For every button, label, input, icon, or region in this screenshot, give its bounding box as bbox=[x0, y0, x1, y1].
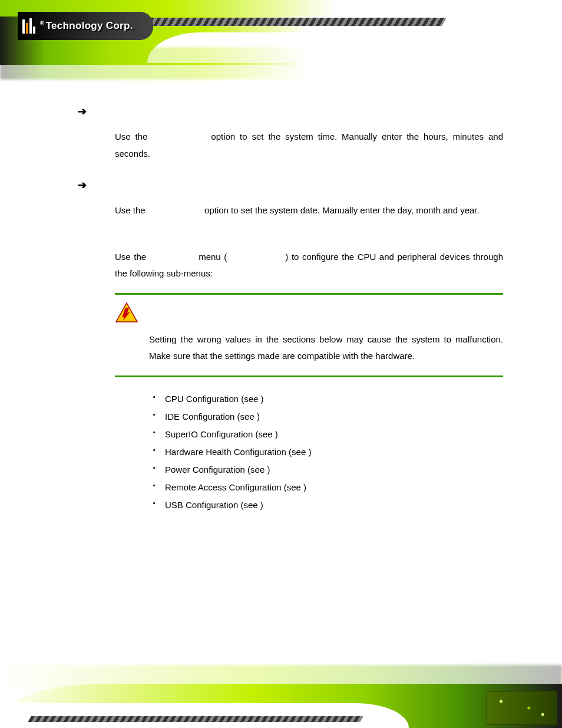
registered-mark: ® bbox=[40, 20, 45, 27]
list-item: Remote Access Configuration (see ) bbox=[153, 479, 503, 496]
list-item-label: Remote Access Configuration (see ) bbox=[165, 482, 306, 492]
arrow-item-date bbox=[78, 175, 503, 195]
list-item: CPU Configuration (see ) bbox=[153, 390, 503, 408]
list-item-label: CPU Configuration (see ) bbox=[165, 394, 264, 404]
list-item-label: Hardware Health Configuration (see ) bbox=[165, 447, 311, 457]
warning-header bbox=[115, 302, 503, 323]
list-item-label: USB Configuration (see ) bbox=[165, 500, 263, 510]
brand-name: Technology Corp. bbox=[46, 20, 133, 31]
item-time-body: Use the option to set the system time. M… bbox=[115, 129, 503, 162]
list-item: USB Configuration (see ) bbox=[153, 496, 503, 514]
intro-mid: menu ( bbox=[196, 252, 230, 262]
intro-pre: Use the bbox=[115, 252, 150, 262]
list-item: Hardware Health Configuration (see ) bbox=[153, 443, 503, 461]
pcb-texture-right bbox=[487, 691, 557, 725]
intro-post: ) to configure the CPU and peripheral de… bbox=[115, 252, 503, 279]
header-reflection bbox=[0, 47, 562, 80]
list-item-label: Power Configuration (see ) bbox=[165, 465, 270, 475]
date-body-pre: Use the bbox=[115, 205, 148, 215]
brand-logo-text: ®Technology Corp. bbox=[40, 20, 133, 32]
section-intro: Use the menu ( ) to configure the CPU an… bbox=[115, 249, 503, 282]
date-body-post: option to set the system date. Manually … bbox=[202, 205, 480, 215]
arrow-item-time bbox=[78, 101, 503, 121]
brand-logo-icon bbox=[22, 18, 35, 34]
footer-stripe bbox=[28, 716, 363, 722]
time-body-post: option to set the system time. Manually … bbox=[115, 131, 503, 159]
list-item: Power Configuration (see ) bbox=[153, 461, 503, 479]
list-item: IDE Configuration (see ) bbox=[153, 408, 503, 426]
time-body-pre: Use the bbox=[115, 131, 152, 141]
warning-icon bbox=[115, 302, 138, 323]
footer-band bbox=[0, 669, 562, 728]
list-item-label: IDE Configuration (see ) bbox=[165, 411, 260, 421]
list-item: SuperIO Configuration (see ) bbox=[153, 426, 503, 443]
submenu-list: CPU Configuration (see ) IDE Configurati… bbox=[153, 390, 503, 514]
item-date-body: Use the option to set the system date. M… bbox=[115, 202, 503, 219]
footer-white-curve bbox=[0, 703, 409, 728]
warning-text: Setting the wrong values in the sections… bbox=[149, 331, 503, 365]
warning-box: Setting the wrong values in the sections… bbox=[115, 293, 503, 377]
brand-logo-box: ®Technology Corp. bbox=[18, 12, 153, 40]
list-item-label: SuperIO Configuration (see ) bbox=[165, 429, 278, 439]
page-content: Use the option to set the system time. M… bbox=[82, 88, 503, 651]
